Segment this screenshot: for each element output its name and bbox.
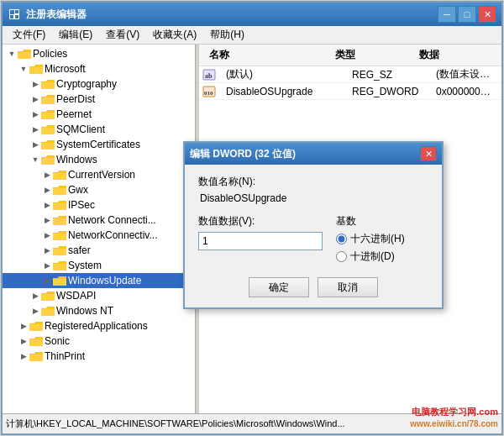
folder-icon	[18, 48, 31, 60]
hex-radio[interactable]	[336, 234, 347, 244]
minimize-button[interactable]: ─	[438, 6, 456, 23]
expand-icon[interactable]: ▶	[41, 275, 53, 286]
menu-help[interactable]: 帮助(H)	[203, 26, 251, 44]
expand-icon[interactable]: ▶	[41, 260, 53, 271]
tree-item-wsdapi[interactable]: ▶ WSDAPI	[3, 288, 195, 303]
value-name-label: 数值名称(N):	[198, 175, 428, 189]
table-row[interactable]: 010 DisableOSUpgrade REG_DWORD 0x0000000…	[199, 83, 501, 100]
tree-item-networkconnecti1[interactable]: ▶ Network Connecti...	[3, 213, 195, 228]
tree-label-windows: Windows	[56, 154, 97, 165]
tree-item-sqmclient[interactable]: ▶ SQMClient	[3, 122, 195, 137]
expand-icon[interactable]: ▼	[6, 48, 18, 60]
tree-item-sonic[interactable]: ▶ Sonic	[3, 334, 195, 349]
expand-icon[interactable]: ▶	[41, 214, 53, 226]
right-panel-header: 名称 类型 数据	[199, 45, 501, 66]
tree-item-windowsnt[interactable]: ▶ Windows NT	[3, 303, 195, 318]
tree-label-microsoft: Microsoft	[45, 63, 86, 75]
tree-label-registeredapplications: RegisteredApplications	[45, 320, 148, 332]
tree-item-gwx[interactable]: ▶ Gwx	[3, 182, 195, 197]
tree-label-policies: Policies	[33, 48, 67, 60]
base-label: 基数	[336, 214, 428, 229]
tree-label-windowsupdate: WindowsUpdate	[68, 275, 141, 286]
hex-radio-item[interactable]: 十六进制(H)	[336, 232, 428, 246]
tree-item-policies[interactable]: ▼ Policies	[3, 46, 195, 61]
tree-item-windowsupdate[interactable]: ▶ WindowsUpdate	[3, 273, 195, 288]
tree-item-microsoft[interactable]: ▼ Microsoft	[3, 61, 195, 76]
table-row[interactable]: ab (默认) REG_SZ (数值未设置)	[199, 66, 501, 83]
expand-icon[interactable]: ▶	[41, 169, 53, 181]
watermark: 电脑教程学习网.com www.eiwiki.cn/78.com	[410, 406, 498, 430]
expand-icon[interactable]: ▶	[41, 244, 53, 256]
expand-icon[interactable]: ▶	[29, 290, 41, 302]
main-window: 注册表编辑器 ─ □ ✕ 文件(F) 编辑(E) 查看(V) 收藏夹(A) 帮助…	[1, 1, 503, 435]
expand-icon[interactable]: ▶	[41, 229, 53, 241]
expand-icon[interactable]: ▶	[18, 335, 29, 347]
value-data-section: 数值数据(V):	[198, 214, 323, 267]
ok-button[interactable]: 确定	[249, 277, 309, 297]
tree-item-peerdist[interactable]: ▶ PeerDist	[3, 92, 195, 107]
expand-icon[interactable]: ▶	[18, 350, 29, 362]
folder-icon	[53, 199, 66, 211]
tree-item-peernet[interactable]: ▶ Peernet	[3, 107, 195, 122]
svg-text:ab: ab	[205, 72, 213, 80]
tree-label-windowsnt: Windows NT	[56, 305, 113, 317]
expand-icon[interactable]: ▶	[29, 108, 41, 120]
tree-item-currentversion[interactable]: ▶ CurrentVersion	[3, 167, 195, 182]
tree-item-safer[interactable]: ▶ safer	[3, 243, 195, 258]
cell-data: 0x00000001 (1)	[429, 86, 498, 97]
svg-text:010: 010	[204, 90, 213, 97]
tree-item-systemcertificates[interactable]: ▶ SystemCertificates	[3, 137, 195, 152]
value-data-input[interactable]	[198, 232, 323, 250]
expand-icon[interactable]: ▼	[29, 154, 41, 165]
menu-file[interactable]: 文件(F)	[6, 26, 52, 44]
folder-icon	[53, 169, 66, 181]
tree-item-networkconnectiv2[interactable]: ▶ NetworkConnectiv...	[3, 228, 195, 243]
close-button[interactable]: ✕	[478, 6, 496, 23]
tree-item-registeredapplications[interactable]: ▶ RegisteredApplications	[3, 318, 195, 334]
menu-favorites[interactable]: 收藏夹(A)	[146, 26, 203, 44]
dec-radio-item[interactable]: 十进制(D)	[336, 250, 428, 264]
tree-panel[interactable]: ▼ Policies ▼	[3, 45, 196, 413]
folder-icon	[29, 350, 43, 362]
svg-rect-2	[15, 10, 18, 13]
dec-radio[interactable]	[336, 251, 347, 262]
cell-type: REG_DWORD	[345, 86, 429, 97]
folder-icon	[41, 93, 55, 105]
folder-icon	[53, 275, 66, 286]
folder-icon	[41, 108, 55, 120]
folder-icon	[41, 78, 55, 90]
expand-icon[interactable]: ▶	[29, 123, 41, 135]
tree-label-networkconnecti1: Network Connecti...	[68, 214, 156, 226]
expand-icon[interactable]: ▼	[18, 63, 29, 75]
menu-edit[interactable]: 编辑(E)	[52, 26, 99, 44]
tree-label-safer: safer	[68, 244, 91, 256]
menu-view[interactable]: 查看(V)	[99, 26, 146, 44]
folder-icon	[53, 184, 66, 196]
tree-label-sqmclient: SQMClient	[56, 123, 105, 135]
expand-icon[interactable]: ▶	[29, 78, 41, 90]
expand-icon[interactable]: ▶	[41, 199, 53, 211]
tree-item-thinprint[interactable]: ▶ ThinPrint	[3, 349, 195, 364]
tree-label-thinprint: ThinPrint	[45, 350, 85, 362]
expand-icon[interactable]: ▶	[29, 93, 41, 105]
expand-icon[interactable]: ▶	[29, 305, 41, 317]
registry-dword-icon: 010	[202, 85, 216, 98]
tree-item-ipsec[interactable]: ▶ IPSec	[3, 197, 195, 213]
expand-icon[interactable]: ▶	[29, 139, 41, 150]
tree-item-system[interactable]: ▶ System	[3, 258, 195, 273]
tree-item-windows[interactable]: ▼ Windows	[3, 152, 195, 167]
maximize-button[interactable]: □	[458, 6, 476, 23]
tree-item-cryptography[interactable]: ▶ Cryptography	[3, 76, 195, 92]
dialog-close-button[interactable]: ✕	[420, 146, 437, 161]
app-icon	[8, 8, 21, 21]
expand-icon[interactable]: ▶	[41, 184, 53, 196]
expand-icon[interactable]: ▶	[18, 320, 29, 332]
statusbar-text: 计算机\HKEY_LOCAL_MACHINE\SOFTWARE\Policies…	[6, 418, 345, 430]
cancel-button[interactable]: 取消	[318, 277, 378, 297]
hex-radio-label: 十六进制(H)	[350, 232, 405, 246]
folder-icon	[53, 214, 66, 226]
value-name-display: DisableOSUpgrade	[198, 192, 428, 204]
dialog-body: 数值名称(N): DisableOSUpgrade 数值数据(V): 基数 十六…	[185, 165, 442, 307]
folder-icon	[41, 139, 55, 150]
header-data: 数据	[412, 46, 498, 64]
